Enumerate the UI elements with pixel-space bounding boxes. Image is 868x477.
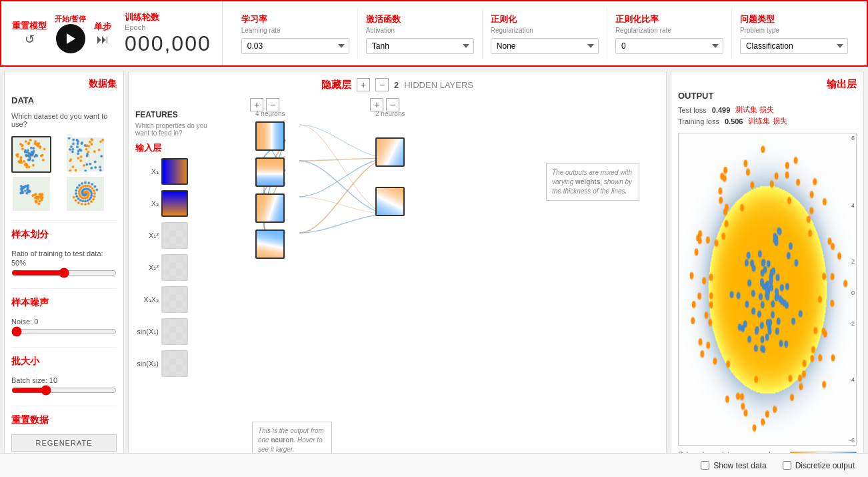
- noise-slider[interactable]: [11, 326, 117, 337]
- param-learning-rate: 学习率 Learning rate 0.030.0010.010.1: [233, 8, 358, 59]
- left-panel: 数据集 DATA Which dataset do you want to us…: [4, 71, 124, 473]
- axis-n2: -2: [849, 320, 855, 327]
- add-neuron-l2[interactable]: +: [370, 98, 383, 111]
- axis-top: 6: [851, 135, 855, 141]
- layer2-neurons: [375, 137, 405, 216]
- feature-x1x2-label: X₁X₂: [135, 296, 159, 304]
- axis-2: 2: [851, 258, 855, 265]
- reg-select[interactable]: NoneL1L2: [491, 38, 599, 54]
- output-chart: 6 4 2 0 -2 -4 -6: [678, 133, 857, 446]
- main-area: 数据集 DATA Which dataset do you want to us…: [0, 67, 868, 477]
- play-group: 开始/暂停: [55, 14, 86, 53]
- discretize-group: Discretize output: [783, 461, 855, 470]
- play-label-zh: 开始/暂停: [55, 14, 86, 24]
- axis-0: 0: [851, 290, 855, 296]
- dataset-subtitle: Which dataset do you want to use?: [11, 112, 117, 128]
- neuron-1-4[interactable]: [255, 229, 285, 259]
- neuron-2-2[interactable]: [375, 187, 405, 216]
- neuron-2-1[interactable]: [375, 137, 405, 167]
- noise-title-zh: 样本噪声: [11, 297, 117, 309]
- show-test-label: Show test data: [713, 461, 766, 470]
- feature-sinx2-node[interactable]: [161, 350, 188, 377]
- feature-x2sq-label: X₂²: [135, 264, 159, 272]
- play-button[interactable]: [56, 24, 85, 53]
- discretize-checkbox[interactable]: [783, 461, 791, 470]
- bottom-bar: Show test data Discretize output: [0, 453, 868, 477]
- prob-select[interactable]: ClassificationRegression: [740, 38, 848, 54]
- feature-x2sq: X₂²: [135, 254, 209, 281]
- show-test-checkbox[interactable]: [701, 461, 709, 470]
- toolbar: 重置模型 ↺ 开始/暂停 单步 ⏭ 训练轮数 Epoch 000,000 学习率…: [0, 0, 868, 67]
- feature-x1sq-label: X₁²: [135, 231, 159, 240]
- feature-x1sq-node[interactable]: [161, 222, 188, 249]
- remove-neuron-l2[interactable]: −: [386, 98, 399, 111]
- lr-select[interactable]: 0.030.0010.010.1: [241, 38, 349, 54]
- feature-x2-node[interactable]: [161, 190, 188, 217]
- feature-sinx2-label: sin(X₂): [135, 360, 159, 368]
- reg-label-en: Regularization: [491, 27, 599, 34]
- batch-slider[interactable]: [11, 385, 117, 396]
- param-activation: 激活函数 Activation TanhReLUSigmoidLinear: [358, 8, 483, 59]
- hidden-layer-zh: 隐藏层: [321, 79, 351, 91]
- regenerate-button[interactable]: REGENERATE: [11, 434, 117, 452]
- test-loss-row: Test loss 0.499 测试集 损失: [678, 105, 857, 115]
- reset-button[interactable]: ↺: [25, 32, 35, 47]
- feature-x1-label: X₁: [135, 167, 159, 176]
- add-layer-button[interactable]: +: [357, 78, 370, 91]
- dataset-title-zh: 数据集: [89, 78, 117, 90]
- features-title: FEATURES: [135, 110, 209, 119]
- feature-x2sq-node[interactable]: [161, 254, 188, 281]
- svg-marker-0: [67, 33, 75, 44]
- add-neuron-l1[interactable]: +: [250, 98, 263, 111]
- dataset-spiral[interactable]: [65, 175, 105, 212]
- axis-n6: -6: [849, 437, 855, 444]
- test-loss-zh: 测试集 损失: [735, 105, 774, 115]
- center-panel: 隐藏层 + − 2 HIDDEN LAYERS FEATURES Which p…: [128, 71, 667, 473]
- feature-x1: X₁: [135, 158, 209, 185]
- param-problem-type: 问题类型 Problem type ClassificationRegressi…: [732, 8, 856, 59]
- remove-layer-button[interactable]: −: [375, 78, 389, 91]
- dataset-xor[interactable]: [65, 136, 105, 173]
- batch-container: Batch size: 10: [11, 376, 117, 398]
- output-title-en: OUTPUT: [678, 91, 857, 101]
- neuron-1-1[interactable]: [255, 121, 285, 151]
- divider-3: [11, 347, 117, 348]
- remove-neuron-l1[interactable]: −: [266, 98, 279, 111]
- split-slider[interactable]: [11, 268, 117, 278]
- neuron-1-3[interactable]: [255, 193, 285, 223]
- train-loss-value: 0.506: [725, 117, 743, 125]
- feature-sinx1-node[interactable]: [161, 318, 188, 345]
- feature-sinx1: sin(X₁): [135, 318, 209, 345]
- divider-2: [11, 288, 117, 289]
- feature-sinx2: sin(X₂): [135, 350, 209, 377]
- params-section: 学习率 Learning rate 0.030.0010.010.1 激活函数 …: [223, 1, 867, 65]
- dataset-gauss[interactable]: [11, 175, 51, 212]
- right-panel: 输出层 OUTPUT Test loss 0.499 测试集 损失 Traini…: [671, 71, 864, 473]
- noise-container: Noise: 0: [11, 317, 117, 339]
- act-label-en: Activation: [366, 27, 474, 34]
- step-button[interactable]: ⏭: [97, 33, 109, 47]
- feature-x1sq: X₁²: [135, 222, 209, 249]
- train-loss-row: Training loss 0.506 训练集 损失: [678, 116, 857, 126]
- step-group: 单步 ⏭: [94, 21, 111, 47]
- batch-label: Batch size: 10: [11, 376, 57, 384]
- input-layer-zh: 输入层: [135, 142, 209, 154]
- dataset-grid: [11, 136, 117, 212]
- act-select[interactable]: TanhReLUSigmoidLinear: [366, 38, 474, 54]
- split-label: Ratio of training to test data: 50%: [11, 250, 103, 267]
- feature-x1-node[interactable]: [161, 158, 188, 185]
- features-subtitle: Which properties do you want to feed in?: [135, 122, 209, 137]
- epoch-label-zh: 训练轮数: [125, 11, 159, 23]
- param-reg-rate: 正则化比率 Regularization rate 00.0010.010.1: [607, 8, 732, 59]
- batch-title-zh: 批大小: [11, 356, 117, 368]
- prob-label-en: Problem type: [740, 27, 848, 34]
- dataset-circle[interactable]: [11, 136, 51, 173]
- regrate-label-en: Regularization rate: [615, 27, 723, 34]
- neuron-1-2[interactable]: [255, 157, 285, 187]
- show-test-group: Show test data: [701, 461, 766, 470]
- feature-x2-label: X₂: [135, 199, 159, 208]
- feature-x1x2: X₁X₂: [135, 286, 209, 313]
- regrate-select[interactable]: 00.0010.010.1: [615, 38, 723, 54]
- epoch-section: 训练轮数 Epoch 000,000: [125, 11, 211, 56]
- feature-x1x2-node[interactable]: [161, 286, 188, 313]
